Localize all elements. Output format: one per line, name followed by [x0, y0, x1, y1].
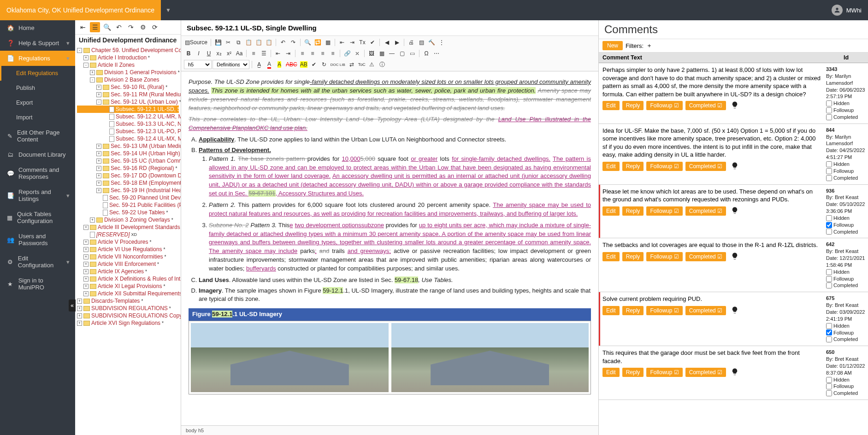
- underline-icon[interactable]: U: [204, 49, 213, 58]
- align-right-icon[interactable]: ≡: [318, 49, 327, 58]
- tree-node[interactable]: Sec. 59-22 Use Tables*: [77, 209, 179, 216]
- tree-node[interactable]: -Sec. 59-12 UL (Urban Low)*: [77, 98, 179, 106]
- tree-toggle-icon[interactable]: +: [96, 159, 101, 164]
- omega-icon[interactable]: Ω: [422, 49, 431, 58]
- paste-text-icon[interactable]: 📋: [254, 38, 263, 47]
- followup-button[interactable]: Followup ☑: [646, 306, 682, 315]
- redo-icon[interactable]: ↷: [289, 38, 298, 47]
- source-button[interactable]: ▤ Source: [184, 38, 208, 47]
- edit-button[interactable]: Edit: [602, 206, 620, 216]
- lightbulb-icon[interactable]: [731, 162, 740, 171]
- tree-toggle-icon[interactable]: +: [83, 225, 89, 230]
- completed-checkbox[interactable]: Completed: [826, 282, 866, 289]
- tree-node[interactable]: +Article VII Nonconformities*: [77, 253, 179, 260]
- preview-icon[interactable]: ▤: [417, 38, 426, 47]
- next-icon[interactable]: ▶: [392, 38, 402, 47]
- tree-toggle-icon[interactable]: +: [83, 269, 89, 274]
- tool-icon[interactable]: 🔨: [427, 38, 436, 47]
- followup-button[interactable]: Followup ☑: [646, 101, 682, 110]
- outdent-icon[interactable]: ⇤: [337, 38, 347, 47]
- tree-node[interactable]: +Sec. 59-14 UH (Urban High)*: [77, 150, 179, 157]
- sidebar-item[interactable]: ❓Help & Support▾: [0, 35, 75, 51]
- tree-node[interactable]: +Sec. 59-13 UM (Urban Medium)*: [77, 142, 179, 150]
- info-icon[interactable]: ⓘ: [378, 60, 387, 69]
- cut-icon[interactable]: ✂: [224, 38, 233, 47]
- case-icon[interactable]: Aa: [235, 49, 244, 58]
- tree-toggle-icon[interactable]: -: [96, 100, 101, 105]
- completed-button[interactable]: Completed ☑: [685, 206, 726, 216]
- tree-node[interactable]: Sec. 59-21 Public Facilities (PF)*: [77, 201, 179, 209]
- tree-node[interactable]: +Article V Procedures*: [77, 238, 179, 246]
- lightbulb-icon[interactable]: [731, 101, 740, 110]
- italic-icon[interactable]: I: [194, 49, 203, 58]
- sidebar-item[interactable]: Publish: [0, 81, 75, 95]
- tree-toggle-icon[interactable]: -: [83, 63, 89, 68]
- followup-checkbox[interactable]: Followup: [826, 107, 866, 114]
- reply-button[interactable]: Reply: [622, 306, 644, 315]
- tree-node[interactable]: Sec. 59-20 Planned Unit Developmen: [77, 194, 179, 201]
- sidebar-item[interactable]: ⚙Edit Configuration▾: [0, 251, 75, 273]
- print-icon[interactable]: 🖨: [407, 38, 416, 47]
- followup-checkbox[interactable]: Followup: [826, 383, 866, 390]
- paste-word-icon[interactable]: 📋: [264, 38, 273, 47]
- tree-node[interactable]: +Sec. 59-15 UC (Urban Commercial)*: [77, 157, 179, 165]
- tree-node[interactable]: -Division 2 Base Zones: [77, 76, 179, 83]
- fontcolor-icon[interactable]: A: [265, 60, 274, 69]
- tree-undo-icon[interactable]: ↶: [114, 22, 124, 32]
- tree-node[interactable]: +Article XVI Sign Regulations*: [77, 319, 179, 327]
- tree-toggle-icon[interactable]: +: [83, 240, 89, 245]
- sidebar-item[interactable]: 📑Reports and Listings▾: [0, 184, 75, 206]
- sidebar-item[interactable]: Export: [0, 95, 75, 110]
- tree-node[interactable]: Subsec. 59-12.1 UL-SD, Single Dw: [77, 106, 179, 113]
- tree-toggle-icon[interactable]: +: [90, 70, 95, 75]
- undo-icon[interactable]: ↶: [278, 38, 288, 47]
- sidebar-item[interactable]: 🗂Document Library: [0, 147, 75, 162]
- lightbulb-icon[interactable]: [731, 252, 740, 261]
- editor-content[interactable]: Purpose. The UL-SD Zone provides for sin…: [181, 71, 598, 425]
- tree-toggle-icon[interactable]: +: [77, 321, 82, 326]
- tree-node[interactable]: +Article XII Submittal Requirements*: [77, 290, 179, 297]
- tree-toggle-icon[interactable]: +: [96, 188, 101, 193]
- tree-refresh-icon[interactable]: ⟳: [150, 22, 160, 32]
- toc-icon[interactable]: ToC: [357, 60, 366, 69]
- bgcolor-icon[interactable]: A: [275, 60, 284, 69]
- sidebar-item[interactable]: Import: [0, 110, 75, 125]
- brand-dropdown-icon[interactable]: ▼: [161, 7, 176, 13]
- lightbulb-icon[interactable]: [731, 368, 740, 377]
- hidden-checkbox[interactable]: Hidden: [826, 215, 866, 222]
- tree-node[interactable]: +Article XI Legal Provisions*: [77, 282, 179, 290]
- tree-node[interactable]: +Sec. 59-18 EM (Employment)*: [77, 179, 179, 187]
- find-icon[interactable]: 🔍: [303, 38, 312, 47]
- editor-element-path[interactable]: body h5: [181, 425, 598, 435]
- xref-icon[interactable]: ⇄: [347, 60, 356, 69]
- lightbulb-icon[interactable]: [731, 306, 740, 315]
- completed-checkbox[interactable]: Completed: [826, 114, 866, 121]
- completed-checkbox[interactable]: Completed: [826, 336, 866, 343]
- reply-button[interactable]: Reply: [622, 206, 644, 216]
- frame-icon[interactable]: ▭: [407, 49, 417, 58]
- tree-node[interactable]: -Chapter 59. Unified Development Code: [77, 47, 179, 54]
- edit-button[interactable]: Edit: [602, 162, 620, 171]
- warn-icon[interactable]: ⚠: [367, 60, 377, 69]
- spellcheck-icon[interactable]: ✔: [368, 38, 377, 47]
- revhistory-icon[interactable]: ↻: [319, 60, 329, 69]
- font-icon[interactable]: A̲: [254, 60, 264, 69]
- clearfmt-icon[interactable]: Tx: [358, 38, 367, 47]
- strike-track-icon[interactable]: ABC: [285, 60, 298, 69]
- tree-node[interactable]: +Sec. 59-11 RM (Rural Medium)*: [77, 91, 179, 98]
- tree-toggle-icon[interactable]: +: [77, 313, 82, 318]
- tree-list-icon[interactable]: ☰: [90, 22, 100, 32]
- tree-toggle-icon[interactable]: -: [77, 48, 82, 53]
- tree-toggle-icon[interactable]: +: [96, 144, 101, 149]
- tree-toggle-icon[interactable]: +: [96, 173, 101, 178]
- align-justify-icon[interactable]: ≡: [328, 49, 337, 58]
- hidden-checkbox[interactable]: Hidden: [826, 376, 866, 383]
- tree-node[interactable]: +Division 1 General Provisions*: [77, 69, 179, 76]
- selectall-icon[interactable]: ▦: [323, 38, 332, 47]
- followup-checkbox[interactable]: Followup: [826, 168, 866, 175]
- reply-button[interactable]: Reply: [622, 101, 644, 110]
- tree-redo-icon[interactable]: ↷: [126, 22, 136, 32]
- sidebar-item[interactable]: 📄Regulations▾: [0, 51, 75, 66]
- object-icon[interactable]: ▢: [397, 49, 407, 58]
- tree-node[interactable]: +Sec. 59-17 DD (Downtown Developm: [77, 172, 179, 179]
